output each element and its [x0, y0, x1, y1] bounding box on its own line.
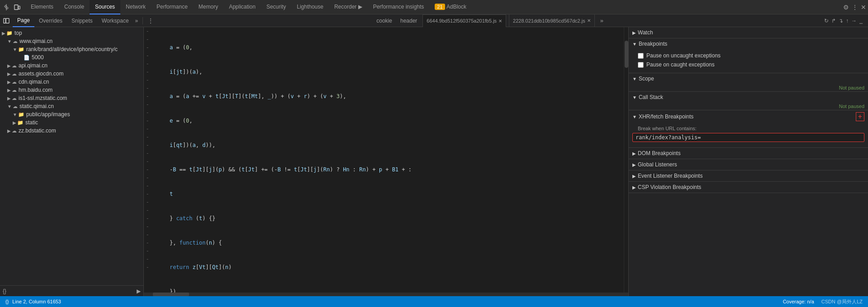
tab-console[interactable]: Console [59, 0, 90, 14]
cursor-icon-status: {} [5, 299, 9, 304]
dom-breakpoints-section: ▶ DOM Breakpoints [629, 148, 868, 159]
deactivate-breakpoints-icon[interactable]: ⎯ [859, 18, 863, 24]
second-tab-snippets[interactable]: Snippets [67, 14, 97, 27]
navigate-left-icon[interactable]: ▶ [137, 288, 141, 294]
svg-rect-0 [6, 4, 7, 10]
step-icon[interactable]: → [851, 18, 857, 24]
step-into-icon[interactable]: ↴ [839, 18, 843, 24]
hscroll-thumb[interactable] [153, 293, 189, 296]
cookie-tab[interactable]: cookie [374, 18, 395, 24]
breakpoints-header[interactable]: ▼ Breakpoints [629, 38, 868, 49]
more-sources-icon[interactable]: ⋮ [146, 17, 156, 24]
file-tab-1-label: 6644.9bd512f560375a201fb5.js [427, 18, 497, 24]
step-out-icon[interactable]: ↑ [846, 18, 849, 24]
xhr-breakpoints-header[interactable]: ▼ XHR/fetch Breakpoints + [629, 110, 868, 123]
folder-icon: 📁 [6, 30, 13, 36]
call-stack-header[interactable]: ▼ Call Stack [629, 92, 868, 103]
xhr-add-button[interactable]: + [856, 112, 864, 121]
scrollbar-thumb[interactable] [625, 41, 628, 68]
expand-icon: ▶ [7, 96, 11, 101]
pause-uncaught-checkbox[interactable] [638, 53, 644, 59]
step-over-icon[interactable]: ↱ [831, 18, 836, 24]
code-area[interactable]: - - - - - - - - - - - - - [144, 27, 628, 293]
tab-security[interactable]: Security [261, 0, 291, 14]
tree-item-www[interactable]: ▼ ☁ www.qimai.cn [0, 37, 143, 45]
status-right: Coverage: n/a CSDN @局外人LZ [783, 298, 863, 305]
tree-item-assets[interactable]: ▶ ☁ assets.giocdn.com [0, 70, 143, 78]
tab-recorder[interactable]: Recorder ▶ [329, 0, 368, 14]
tab-sources[interactable]: Sources [90, 0, 120, 14]
cloud-icon: ☁ [12, 63, 17, 69]
tree-item-top[interactable]: ▶ 📁 top [0, 29, 143, 37]
tab-network[interactable]: Network [120, 0, 151, 14]
tab-elements[interactable]: Elements [25, 0, 59, 14]
folder-icon: 📁 [18, 47, 24, 52]
file-tab-1[interactable]: 6644.9bd512f560375a201fb5.js ✕ [422, 14, 506, 27]
tree-item-ssl[interactable]: ▶ ☁ is1-ssl.mzstatic.com [0, 94, 143, 102]
breakpoints-expand-icon: ▼ [632, 42, 637, 47]
tab-performance-insights[interactable]: Performance insights [368, 0, 430, 14]
expand-icon: ▶ [7, 88, 11, 93]
expand-icon: ▼ [13, 47, 17, 52]
second-nav-bar: Page Overrides Snippets Workspace » ⋮ co… [0, 14, 868, 27]
xhr-section-body: Break when URL contains: [629, 123, 868, 147]
expand-icon: ▼ [7, 104, 12, 109]
settings-icon[interactable]: ⚙ [843, 4, 849, 11]
tree-item-public[interactable]: ▼ 📁 public/app/images [0, 110, 143, 118]
dom-breakpoints-label: DOM Breakpoints [638, 150, 681, 156]
device-toggle-icon[interactable] [13, 3, 22, 12]
tab-lighthouse[interactable]: Lighthouse [291, 0, 329, 14]
vertical-scrollbar[interactable] [624, 27, 628, 293]
expand-icon: ▶ [7, 80, 11, 85]
inspect-icon[interactable] [2, 3, 11, 12]
more-options-icon[interactable]: ⋮ [852, 4, 858, 11]
file-tab-2-close[interactable]: ✕ [587, 18, 591, 23]
tree-item-rank[interactable]: ▼ 📁 rank/brand/all/device/iphone/country… [0, 45, 143, 53]
sidebar-toggle-icon[interactable] [2, 16, 11, 25]
cursor-position: Line 2, Column 61653 [12, 299, 61, 304]
xhr-url-input[interactable] [636, 134, 861, 141]
tab-performance[interactable]: Performance [151, 0, 193, 14]
dom-breakpoints-header[interactable]: ▶ DOM Breakpoints [629, 148, 868, 159]
pause-uncaught-label: Pause on uncaught exceptions [646, 52, 721, 59]
tab-memory[interactable]: Memory [193, 0, 223, 14]
call-stack-label: Call Stack [639, 94, 663, 100]
event-listener-label: Event Listener Breakpoints [638, 173, 702, 179]
second-tab-overrides[interactable]: Overrides [34, 14, 67, 27]
csp-violation-section: ▶ CSP Violation Breakpoints [629, 182, 868, 193]
tree-item-5000[interactable]: 📄 5000 [0, 53, 143, 61]
header-tab[interactable]: header [398, 18, 420, 24]
scope-header[interactable]: ▼ Scope [629, 73, 868, 84]
top-nav-bar: Elements Console Sources Network Perform… [0, 0, 868, 14]
second-tab-workspace[interactable]: Workspace [97, 14, 133, 27]
sync-icon[interactable]: ↻ [824, 18, 829, 24]
watch-section: ▶ Watch [629, 27, 868, 38]
svg-rect-2 [19, 6, 20, 9]
csp-violation-header[interactable]: ▶ CSP Violation Breakpoints [629, 182, 868, 193]
tab-application[interactable]: Application [223, 0, 261, 14]
adblock-badge: 21 [435, 4, 445, 10]
event-listener-header[interactable]: ▶ Event Listener Breakpoints [629, 170, 868, 181]
second-tab-page[interactable]: Page [13, 14, 34, 27]
tree-item-hm[interactable]: ▶ ☁ hm.baidu.com [0, 86, 143, 94]
tree-item-static[interactable]: ▼ ☁ static.qimai.cn [0, 102, 143, 110]
tree-item-api[interactable]: ▶ ☁ api.qimai.cn [0, 61, 143, 70]
tree-item-cdn[interactable]: ▶ ☁ cdn.qimai.cn [0, 78, 143, 86]
expand-icon: ▶ [7, 63, 11, 68]
pause-caught-checkbox[interactable] [638, 62, 644, 68]
coverage-label: Coverage: n/a [783, 299, 814, 304]
close-devtools-icon[interactable]: ✕ [861, 4, 866, 11]
second-nav-more[interactable]: » [133, 18, 140, 24]
cursor-position-icon[interactable]: {} [3, 288, 6, 294]
horizontal-scrollbar[interactable] [144, 293, 628, 296]
watch-header[interactable]: ▶ Watch [629, 27, 868, 38]
file-tabs-more[interactable]: » [598, 17, 606, 24]
tree-item-static-folder[interactable]: ▶ 📁 static [0, 118, 143, 127]
tree-item-zz[interactable]: ▶ ☁ zz.bdstatic.com [0, 127, 143, 135]
global-listeners-header[interactable]: ▶ Global Listeners [629, 159, 868, 170]
tab-adblock[interactable]: 21 AdBlock [429, 0, 472, 14]
file-tab-1-close[interactable]: ✕ [498, 19, 502, 24]
xhr-input-container[interactable] [632, 133, 864, 142]
file-tab-2[interactable]: 2228.021ddb10b985cd567dc2.js ✕ [509, 14, 595, 27]
global-listeners-expand-icon: ▶ [632, 162, 636, 167]
